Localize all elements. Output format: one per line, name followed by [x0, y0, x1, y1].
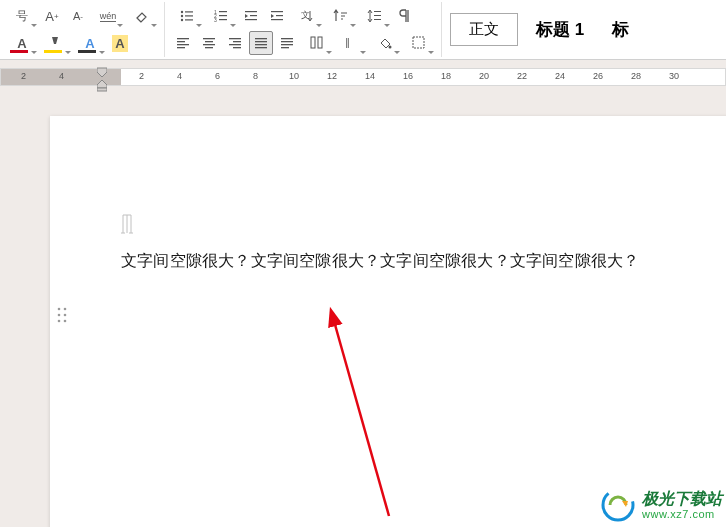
svg-rect-28 [203, 44, 215, 45]
svg-point-45 [389, 46, 392, 49]
text-direction-button[interactable]: 文 [291, 4, 323, 28]
svg-line-54 [332, 314, 389, 516]
text-direction-icon: 文 [299, 8, 315, 24]
font-section: 号 A+ A- wén A A [0, 2, 165, 57]
ruler-area: 2 4 2 4 6 8 10 12 14 16 18 20 22 24 26 2… [0, 60, 726, 98]
svg-rect-14 [245, 19, 257, 20]
document-text[interactable]: 文字间空隙很大？文字间空隙很大？文字间空隙很大？文字间空隙很大？ [121, 251, 639, 272]
highlight-icon [48, 35, 64, 51]
svg-rect-35 [255, 41, 267, 42]
style-heading-partial[interactable]: 标 [602, 18, 639, 41]
svg-rect-31 [233, 41, 241, 42]
svg-rect-43 [318, 37, 322, 48]
align-distribute-button[interactable] [275, 31, 299, 55]
svg-rect-26 [203, 38, 215, 39]
align-left-button[interactable] [171, 31, 195, 55]
align-center-button[interactable] [197, 31, 221, 55]
columns-icon [309, 35, 325, 51]
hanging-indent-marker[interactable] [97, 79, 107, 95]
document-page[interactable]: 文字间空隙很大？文字间空隙很大？文字间空隙很大？文字间空隙很大？ [50, 116, 726, 527]
svg-rect-15 [271, 11, 283, 12]
svg-rect-9 [219, 15, 227, 16]
align-justify-icon [253, 35, 269, 51]
show-marks-button[interactable] [393, 4, 417, 28]
svg-rect-22 [177, 38, 189, 39]
paragraph-section: 123 文 ‖ [165, 2, 442, 57]
character-shading-button[interactable]: A [108, 31, 132, 55]
svg-point-51 [64, 314, 67, 317]
decrease-indent-button[interactable] [239, 4, 263, 28]
svg-point-52 [58, 320, 61, 323]
svg-rect-46 [413, 37, 424, 48]
svg-rect-7 [219, 11, 227, 12]
watermark-url: www.xz7.com [642, 508, 722, 520]
style-body-text[interactable]: 正文 [450, 13, 518, 46]
svg-rect-19 [374, 11, 381, 12]
svg-rect-40 [281, 44, 293, 45]
svg-point-53 [64, 320, 67, 323]
svg-rect-21 [374, 19, 381, 20]
font-color-button[interactable]: A [6, 31, 38, 55]
svg-rect-38 [281, 38, 293, 39]
svg-rect-41 [281, 47, 289, 48]
text-effects-button[interactable]: A [74, 31, 106, 55]
svg-rect-47 [97, 88, 107, 91]
decrease-font-button[interactable]: A- [66, 4, 90, 28]
paragraph-drag-handle[interactable] [56, 306, 68, 328]
svg-point-2 [181, 15, 183, 17]
columns-button[interactable] [301, 31, 333, 55]
svg-text:3: 3 [214, 17, 217, 23]
line-spacing-button[interactable] [359, 4, 391, 28]
svg-rect-3 [185, 15, 193, 16]
svg-rect-39 [281, 41, 293, 42]
paragraph-mark-icon [121, 211, 135, 239]
highlight-color-button[interactable] [40, 31, 72, 55]
align-left-icon [175, 35, 191, 51]
numbering-icon: 123 [213, 8, 229, 24]
svg-rect-1 [185, 11, 193, 12]
svg-point-0 [181, 11, 183, 13]
line-spacing-icon [367, 8, 383, 24]
svg-rect-16 [276, 15, 283, 16]
svg-rect-27 [205, 41, 213, 42]
svg-rect-11 [219, 19, 227, 20]
svg-rect-32 [229, 44, 241, 45]
svg-rect-37 [255, 47, 267, 48]
horizontal-ruler[interactable]: 2 4 2 4 6 8 10 12 14 16 18 20 22 24 26 2… [0, 68, 726, 86]
align-right-icon [227, 35, 243, 51]
svg-rect-24 [177, 44, 189, 45]
align-justify-button[interactable] [249, 31, 273, 55]
borders-button[interactable] [403, 31, 435, 55]
phonetic-guide-button[interactable]: wén [92, 4, 124, 28]
increase-font-button[interactable]: A+ [40, 4, 64, 28]
watermark: 极光下载站 www.xz7.com [600, 487, 722, 523]
svg-point-50 [58, 314, 61, 317]
watermark-name: 极光下载站 [642, 490, 722, 508]
shading-button[interactable] [369, 31, 401, 55]
svg-rect-42 [311, 37, 315, 48]
svg-rect-33 [233, 47, 241, 48]
bullets-button[interactable] [171, 4, 203, 28]
svg-rect-5 [185, 19, 193, 20]
font-size-selector[interactable]: 号 [6, 4, 38, 28]
svg-rect-30 [229, 38, 241, 39]
align-right-button[interactable] [223, 31, 247, 55]
increase-indent-button[interactable] [265, 4, 289, 28]
svg-rect-25 [177, 47, 185, 48]
pilcrow-icon [397, 8, 413, 24]
numbering-button[interactable]: 123 [205, 4, 237, 28]
decrease-indent-icon [243, 8, 259, 24]
svg-rect-36 [255, 44, 267, 45]
bullets-icon [179, 8, 195, 24]
svg-point-55 [603, 490, 633, 520]
align-center-icon [201, 35, 217, 51]
svg-point-49 [64, 308, 67, 311]
toolbar: 号 A+ A- wén A A [0, 0, 726, 60]
sort-button[interactable] [325, 4, 357, 28]
tab-stops-button[interactable]: ‖ [335, 31, 367, 55]
style-heading1[interactable]: 标题 1 [526, 18, 594, 41]
svg-rect-34 [255, 38, 267, 39]
clear-format-button[interactable] [126, 4, 158, 28]
eraser-icon [134, 8, 150, 24]
annotation-arrow-icon [324, 306, 404, 526]
